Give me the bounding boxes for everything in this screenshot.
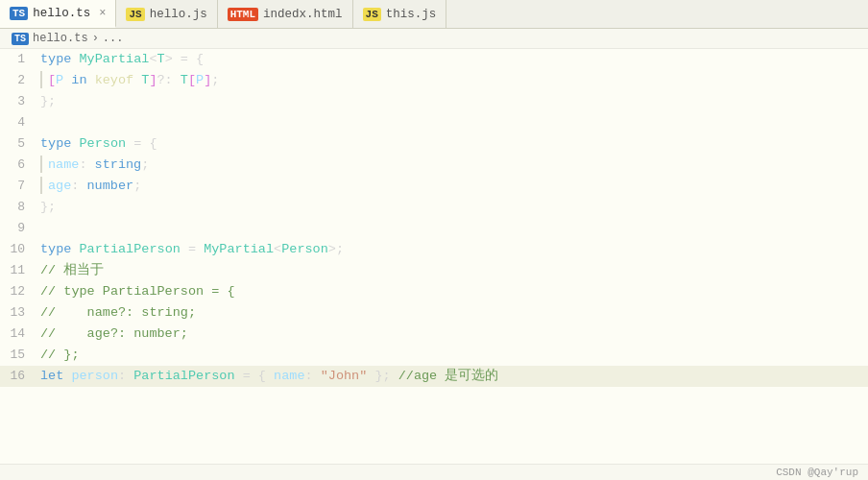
token-comment: // type PartialPerson = { — [40, 284, 235, 299]
tab-label: indedx.html — [263, 8, 343, 21]
token-kw: type — [40, 52, 71, 66]
table-row: 4 — [0, 112, 868, 133]
token-type-name: PartialPerson — [133, 369, 234, 383]
line-number: 6 — [0, 155, 36, 176]
line-content — [36, 218, 868, 239]
token-plain: ?: — [157, 73, 180, 87]
token-prop: name — [274, 369, 304, 383]
token-type-name: Person — [281, 242, 328, 256]
line-content: type PartialPerson = MyPartial<Person>; — [36, 239, 868, 260]
token-plain — [71, 52, 79, 66]
token-bracket: [ — [188, 73, 196, 87]
table-row: 8}; — [0, 197, 868, 218]
tab-lang-badge: JS — [363, 8, 381, 21]
tab-hello-ts[interactable]: TShello.ts× — [0, 0, 116, 28]
token-kw: type — [40, 242, 71, 256]
token-prop: P — [56, 73, 63, 87]
line-content: }; — [36, 197, 868, 218]
token-plain — [71, 242, 79, 256]
token-plain: < — [274, 242, 281, 256]
table-row: 10type PartialPerson = MyPartial<Person>… — [0, 239, 868, 260]
line-number: 10 — [0, 239, 36, 260]
tab-hello-js[interactable]: JShello.js — [116, 0, 217, 28]
indent-guide — [40, 156, 42, 173]
token-str: "John" — [321, 369, 368, 383]
table-row: 6name: string; — [0, 155, 868, 176]
token-builtin: keyof — [95, 73, 134, 87]
line-content: }; — [36, 91, 868, 112]
token-plain: >; — [328, 242, 344, 256]
indent-guide — [40, 71, 42, 88]
token-comment: // age?: number; — [40, 326, 188, 341]
token-type-name: MyPartial — [204, 242, 274, 256]
token-type-name: MyPartial — [80, 52, 150, 66]
table-row: 15// }; — [0, 345, 868, 366]
token-prop: name — [48, 157, 79, 172]
token-plain: : — [71, 179, 86, 193]
line-number: 4 — [0, 112, 36, 133]
token-kw: number — [87, 179, 134, 193]
table-row: 11// 相当于 — [0, 260, 868, 281]
line-number: 15 — [0, 345, 36, 366]
line-number: 2 — [0, 70, 36, 91]
table-row: 3}; — [0, 91, 868, 112]
table-row: 13// name?: string; — [0, 302, 868, 324]
line-content: // }; — [36, 345, 868, 366]
footer-credit: CSDN @Qay'rup — [776, 467, 858, 478]
breadcrumb-rest: ... — [103, 32, 124, 45]
tab-label: hello.js — [150, 8, 207, 21]
table-row: 7age: number; — [0, 176, 868, 197]
table-row: 5type Person = { — [0, 133, 868, 155]
line-content: // age?: number; — [36, 324, 868, 345]
tab-this-js[interactable]: JSthis.js — [353, 0, 447, 28]
tab-label: hello.ts — [33, 7, 90, 20]
line-content: let person: PartialPerson = { name: "Joh… — [36, 366, 868, 387]
token-kw: in — [71, 73, 86, 87]
token-type-name: PartialPerson — [80, 242, 181, 256]
line-number: 3 — [0, 91, 36, 112]
token-prop: age — [48, 179, 71, 193]
token-comment: // name?: string; — [40, 305, 196, 320]
line-content — [36, 112, 868, 133]
tab-label: this.js — [386, 8, 437, 21]
breadcrumb-separator: › — [92, 32, 99, 45]
breadcrumb-filename: hello.ts — [33, 32, 88, 45]
line-content: // type PartialPerson = { — [36, 281, 868, 302]
token-plain — [71, 136, 79, 151]
line-number: 11 — [0, 260, 36, 281]
tab-indedx-html[interactable]: HTMLindedx.html — [218, 0, 353, 28]
table-row: 14// age?: number; — [0, 324, 868, 345]
breadcrumb-lang-badge: TS — [12, 33, 29, 45]
token-brace: }; — [40, 94, 56, 108]
table-row: 16let person: PartialPerson = { name: "J… — [0, 366, 868, 387]
line-number: 7 — [0, 176, 36, 197]
line-number: 13 — [0, 302, 36, 324]
token-type-param: T — [157, 52, 165, 66]
token-plain: }; — [367, 369, 398, 383]
token-kw: type — [40, 136, 71, 151]
indent-guide — [40, 177, 42, 194]
token-plain: : — [79, 157, 94, 172]
line-number: 16 — [0, 366, 36, 387]
token-prop: P — [196, 73, 204, 87]
token-type-param: T — [181, 73, 188, 87]
table-row: 12// type PartialPerson = { — [0, 281, 868, 302]
token-kw: let — [40, 369, 63, 383]
token-bracket: [ — [48, 73, 56, 87]
tab-lang-badge: JS — [126, 8, 144, 21]
token-semi: ; — [133, 179, 141, 193]
editor[interactable]: 1type MyPartial<T> = {2[P in keyof T]?: … — [0, 49, 868, 457]
line-content: [P in keyof T]?: T[P]; — [36, 70, 868, 91]
token-plain: = { — [235, 369, 275, 383]
tab-close-button[interactable]: × — [99, 8, 106, 19]
token-semi: ; — [211, 73, 219, 87]
token-plain: : — [304, 369, 320, 383]
line-number: 1 — [0, 49, 36, 70]
table-row: 1type MyPartial<T> = { — [0, 49, 868, 70]
token-semi: ; — [141, 157, 149, 172]
token-comment: // }; — [40, 348, 80, 362]
footer: CSDN @Qay'rup — [0, 464, 868, 480]
token-plain — [87, 73, 95, 87]
token-plain: > = { — [165, 52, 205, 66]
tab-lang-badge: TS — [10, 7, 28, 20]
